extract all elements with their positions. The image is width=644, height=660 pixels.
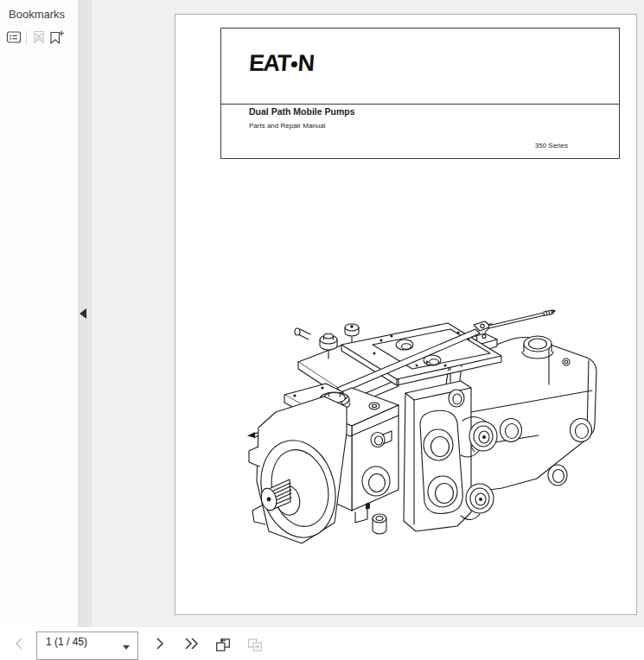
delete-bookmark-icon xyxy=(31,29,47,45)
last-page-icon xyxy=(182,635,201,652)
eaton-logo: EATN xyxy=(248,52,314,75)
document-subtitle: Parts and Repair Manual xyxy=(249,122,326,130)
eaton-logo-text-right: N xyxy=(296,50,314,76)
bookmark-list-icon xyxy=(6,29,22,45)
previous-page-button[interactable] xyxy=(10,634,29,653)
bookmark-options-button[interactable] xyxy=(5,29,22,46)
bookmarks-panel-title: Bookmarks xyxy=(9,8,65,21)
next-page-icon xyxy=(151,635,169,652)
previous-view-button[interactable] xyxy=(214,634,233,653)
collapse-panel-handle[interactable] xyxy=(80,308,86,319)
next-view-icon xyxy=(245,633,265,654)
document-viewer: EATN Dual Path Mobile Pumps Parts and Re… xyxy=(92,0,644,627)
delete-bookmark-button[interactable] xyxy=(30,29,48,46)
page-number-value: 1 (1 / 45) xyxy=(46,636,87,648)
pump-drawing-svg xyxy=(245,308,609,573)
bookmarks-toolbar xyxy=(5,29,65,46)
bookmarks-panel: Bookmarks xyxy=(0,0,78,627)
next-view-button[interactable] xyxy=(245,634,265,653)
document-title: Dual Path Mobile Pumps xyxy=(249,106,355,117)
previous-page-icon xyxy=(11,635,29,652)
page-navigation-toolbar: 1 (1 / 45) xyxy=(0,627,644,660)
cover-header-box: EATN Dual Path Mobile Pumps Parts and Re… xyxy=(220,28,620,159)
panel-divider xyxy=(78,0,92,627)
previous-view-icon xyxy=(214,633,233,654)
document-page: EATN Dual Path Mobile Pumps Parts and Re… xyxy=(175,14,637,615)
next-page-button[interactable] xyxy=(150,634,169,653)
page-number-combobox[interactable]: 1 (1 / 45) xyxy=(36,631,138,660)
add-bookmark-icon xyxy=(48,29,65,46)
header-divider-line xyxy=(221,104,619,105)
last-page-button[interactable] xyxy=(182,634,201,653)
eaton-logo-text-left: EAT xyxy=(248,50,291,76)
add-bookmark-button[interactable] xyxy=(48,29,65,46)
toolbar-separator xyxy=(26,30,27,44)
eaton-logo-dot-icon xyxy=(290,61,296,67)
combobox-caret-icon xyxy=(123,645,130,650)
series-label: 350 Series xyxy=(535,142,568,149)
pump-illustration xyxy=(245,308,609,573)
